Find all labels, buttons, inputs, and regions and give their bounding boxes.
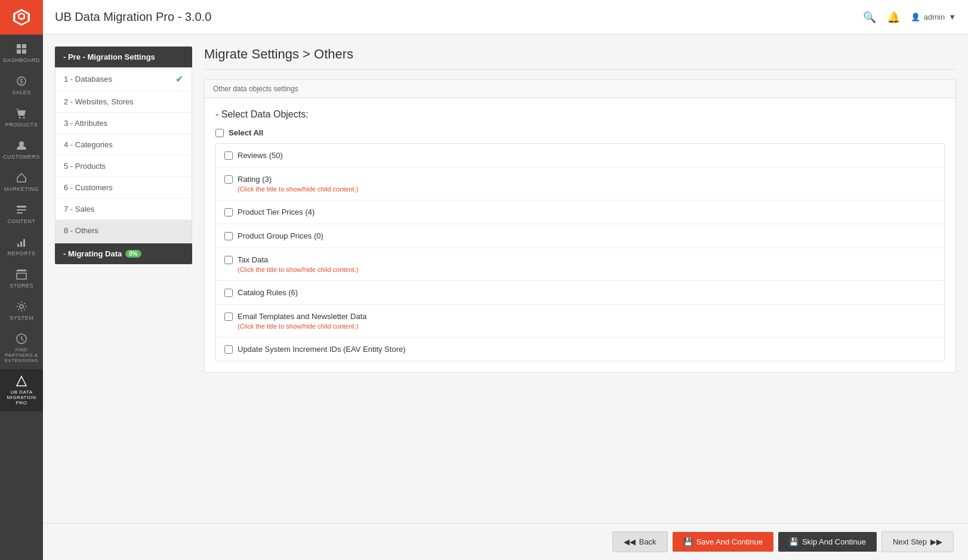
menu-item-customers[interactable]: 6 - Customers xyxy=(56,177,192,199)
checkbox-catalog-rules[interactable] xyxy=(224,289,233,297)
sidebar-item-marketing[interactable]: MARKETING xyxy=(0,166,43,198)
section-subtitle: - Select Data Objects: xyxy=(215,109,945,120)
sidebar-item-products[interactable]: PRODUCTS xyxy=(0,101,43,134)
list-item-system-increment: Update System Increment IDs (EAV Entity … xyxy=(216,338,944,361)
skip-button-label: Skip And Continue xyxy=(802,537,866,546)
sidebar-item-migration-label: UB DATA MIGRATION PRO xyxy=(2,389,41,406)
user-menu[interactable]: 👤 admin ▼ xyxy=(911,13,956,21)
page-header-title: UB Data Migration Pro - 3.0.0 xyxy=(55,10,211,24)
migration-progress-badge: 0% xyxy=(125,250,141,258)
left-panel: - Pre - Migration Settings 1 - Databases… xyxy=(55,47,192,512)
completed-check-icon: ✔ xyxy=(175,73,183,85)
sidebar-item-reports-label: REPORTS xyxy=(8,250,36,256)
svg-marker-17 xyxy=(17,376,26,386)
checkbox-email-templates[interactable] xyxy=(224,313,233,321)
notification-icon[interactable]: 🔔 xyxy=(887,11,900,24)
checkbox-rating[interactable] xyxy=(224,175,233,184)
main-wrapper: UB Data Migration Pro - 3.0.0 🔍 🔔 👤 admi… xyxy=(43,0,968,560)
svg-point-15 xyxy=(20,305,23,308)
menu-item-databases[interactable]: 1 - Databases ✔ xyxy=(56,67,192,91)
next-step-label: Next Step xyxy=(893,537,927,546)
sidebar-item-stores[interactable]: STORES xyxy=(0,262,43,295)
sidebar-item-dashboard[interactable]: DASHBOARD xyxy=(0,37,43,69)
search-icon[interactable]: 🔍 xyxy=(863,11,876,24)
back-button[interactable]: ◀◀ Back xyxy=(612,531,668,552)
sidebar-item-customers-label: CUSTOMERS xyxy=(3,154,40,160)
list-item-tax-data: Tax Data (Click the title to show/hide c… xyxy=(216,248,944,281)
back-button-label: Back xyxy=(639,537,656,546)
menu-item-attributes[interactable]: 3 - Attributes xyxy=(56,113,192,134)
label-rating: Rating (3) xyxy=(238,175,272,184)
save-and-continue-button[interactable]: 💾 Save And Continue xyxy=(673,532,773,552)
save-button-label: Save And Continue xyxy=(696,537,763,546)
magento-logo-icon xyxy=(12,8,31,27)
svg-text:$: $ xyxy=(20,78,23,85)
list-item-product-tier-prices: Product Tier Prices (4) xyxy=(216,200,944,224)
svg-rect-14 xyxy=(23,239,25,247)
menu-item-products[interactable]: 5 - Products xyxy=(56,156,192,177)
menu-item-customers-label: 6 - Customers xyxy=(64,183,113,192)
sidebar-item-extensions[interactable]: FIND PARTNERS & EXTENSIONS xyxy=(0,327,43,369)
page-title: Migrate Settings > Others xyxy=(204,47,956,70)
sidebar-item-stores-label: STORES xyxy=(10,283,33,289)
checkbox-system-increment[interactable] xyxy=(224,345,233,354)
child-hint-email-templates: (Click the title to show/hide child cont… xyxy=(238,323,936,330)
content-area: - Pre - Migration Settings 1 - Databases… xyxy=(43,35,968,560)
menu-item-others[interactable]: 8 - Others xyxy=(56,220,192,242)
svg-point-6 xyxy=(19,117,21,119)
chevron-down-icon: ▼ xyxy=(948,13,956,21)
sidebar-item-extensions-label: FIND PARTNERS & EXTENSIONS xyxy=(2,347,41,363)
svg-rect-10 xyxy=(17,209,26,211)
list-item-catalog-rules: Catalog Rules (6) xyxy=(216,281,944,305)
list-item-email-templates: Email Templates and Newsletter Data (Cli… xyxy=(216,305,944,338)
sidebar: DASHBOARD $ SALES PRODUCTS CUSTOMERS MAR… xyxy=(0,0,43,560)
menu-item-databases-label: 1 - Databases xyxy=(64,75,112,83)
select-all-checkbox[interactable] xyxy=(215,129,224,137)
checkbox-tax-data[interactable] xyxy=(224,256,233,264)
sidebar-item-dashboard-label: DASHBOARD xyxy=(3,57,40,63)
svg-rect-12 xyxy=(17,244,19,247)
label-tax-data: Tax Data xyxy=(238,255,268,264)
select-all-row: Select All xyxy=(215,128,945,137)
migrating-data-label: - Migrating Data xyxy=(63,249,122,258)
back-arrow-icon: ◀◀ xyxy=(624,537,636,546)
bottom-bar: ◀◀ Back 💾 Save And Continue 💾 Skip And C… xyxy=(43,523,968,560)
skip-and-continue-button[interactable]: 💾 Skip And Continue xyxy=(778,532,877,552)
sidebar-item-content-label: CONTENT xyxy=(8,218,36,224)
sidebar-item-reports[interactable]: REPORTS xyxy=(0,230,43,262)
save-icon: 💾 xyxy=(683,537,693,546)
skip-icon: 💾 xyxy=(789,537,799,546)
svg-point-7 xyxy=(23,117,25,119)
sidebar-item-system[interactable]: SYSTEM xyxy=(0,295,43,327)
section-panel: Other data objects settings - Select Dat… xyxy=(204,79,956,373)
svg-rect-9 xyxy=(17,206,26,208)
label-catalog-rules: Catalog Rules (6) xyxy=(238,288,298,297)
checkbox-product-tier-prices[interactable] xyxy=(224,208,233,216)
list-item-product-group-prices: Product Group Prices (0) xyxy=(216,224,944,248)
user-icon: 👤 xyxy=(911,13,920,21)
checkbox-product-group-prices[interactable] xyxy=(224,232,233,240)
section-panel-header: Other data objects settings xyxy=(205,80,955,98)
sidebar-item-system-label: SYSTEM xyxy=(10,315,33,321)
select-all-label[interactable]: Select All xyxy=(229,128,263,137)
checkbox-reviews[interactable] xyxy=(224,151,233,160)
menu-item-websites[interactable]: 2 - Websites, Stores xyxy=(56,91,192,113)
menu-item-others-label: 8 - Others xyxy=(64,226,98,235)
sidebar-item-customers[interactable]: CUSTOMERS xyxy=(0,134,43,166)
label-product-group-prices: Product Group Prices (0) xyxy=(238,231,323,240)
sidebar-item-ub-migration[interactable]: UB DATA MIGRATION PRO xyxy=(0,369,43,412)
topbar: UB Data Migration Pro - 3.0.0 🔍 🔔 👤 admi… xyxy=(43,0,968,35)
sidebar-item-content[interactable]: CONTENT xyxy=(0,198,43,230)
label-reviews: Reviews (50) xyxy=(238,151,283,160)
svg-point-8 xyxy=(19,141,24,146)
child-hint-tax-data: (Click the title to show/hide child cont… xyxy=(238,266,936,273)
topbar-right: 🔍 🔔 👤 admin ▼ xyxy=(863,11,956,24)
menu-item-sales[interactable]: 7 - Sales xyxy=(56,199,192,220)
svg-rect-13 xyxy=(20,242,22,247)
sidebar-item-sales[interactable]: $ SALES xyxy=(0,69,43,101)
menu-item-attributes-label: 3 - Attributes xyxy=(64,119,107,128)
menu-item-categories[interactable]: 4 - Categories xyxy=(56,134,192,156)
next-step-button[interactable]: Next Step ▶▶ xyxy=(881,531,954,552)
svg-rect-2 xyxy=(17,49,21,54)
user-name: admin xyxy=(924,13,945,21)
